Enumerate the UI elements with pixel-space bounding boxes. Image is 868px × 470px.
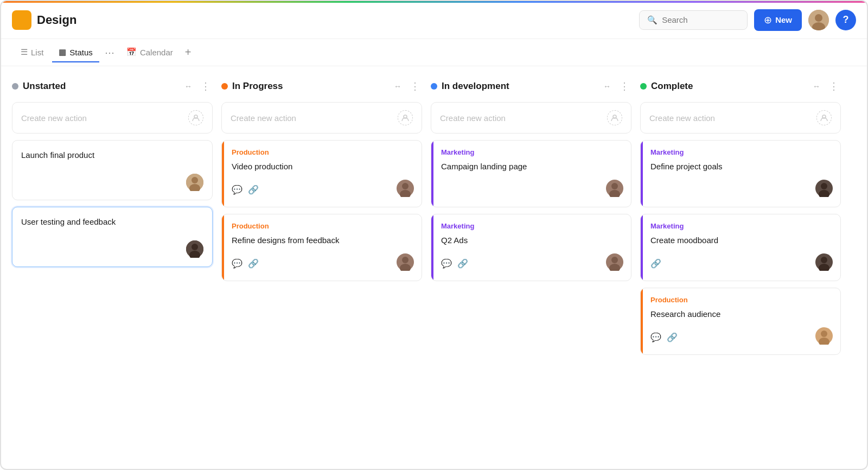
tab-more-icon[interactable]: ⋯ [101,45,118,61]
column-unstarted: Unstarted ↔ ⋮ Create new action Launch f… [12,79,213,458]
create-action-text-unstarted: Create new action [21,113,188,123]
svg-point-32 [821,331,827,337]
add-view-button[interactable]: + [182,44,195,61]
card-tag-create-moodboard: Marketing [650,222,833,230]
status-dot-complete [640,83,647,90]
more-icon-unstarted[interactable]: ⋮ [199,79,213,93]
help-button[interactable]: ? [835,10,856,30]
card-tag-research-audience: Production [650,296,833,304]
resize-icon-complete[interactable]: ↔ [810,81,822,92]
logo-icon [12,10,31,30]
search-box[interactable]: 🔍 [639,10,748,30]
create-action-inprogress[interactable]: Create new action [221,102,422,134]
help-label: ? [843,14,849,26]
task-card-research-audience[interactable]: Production Research audience 💬 🔗 [640,288,841,355]
resize-icon-indev[interactable]: ↔ [601,81,613,92]
column-header-indev: In development ↔ ⋮ [431,79,631,93]
column-inprogress: In Progress ↔ ⋮ Create new action Produc… [221,79,422,458]
comment-icon-video-production[interactable]: 💬 [232,185,242,195]
card-footer-refine-designs: 💬 🔗 [232,253,414,273]
card-content-refine-designs: Production Refine designs from feedback … [222,214,422,281]
card-content-q2-ads: Marketing Q2 Ads 💬 🔗 [431,214,631,281]
card-border-refine-designs [222,214,224,281]
view-tabs: ☰ List ▦ Status ⋯ 📅 Calendar + [1,39,867,66]
task-card-campaign-landing[interactable]: Marketing Campaign landing page [431,140,631,207]
task-card-user-testing[interactable]: User testing and feedback [12,207,213,267]
task-card-create-moodboard[interactable]: Marketing Create moodboard 🔗 [640,214,841,281]
create-action-complete[interactable]: Create new action [640,102,841,134]
calendar-icon: 📅 [126,47,137,57]
card-footer-video-production: 💬 🔗 [232,180,414,199]
card-border-q2-ads [431,214,433,281]
more-icon-inprogress[interactable]: ⋮ [408,79,422,93]
column-title-inprogress: In Progress [232,81,387,92]
app-title: Design [37,13,76,27]
search-icon: 🔍 [647,15,658,25]
card-icons-create-moodboard: 🔗 [650,258,661,269]
new-button[interactable]: ⊕ New [754,9,802,31]
column-title-indev: In development [442,81,597,92]
task-card-define-goals[interactable]: Marketing Define project goals [640,140,841,207]
tab-status-label: Status [69,48,93,57]
card-footer-create-moodboard: 🔗 [650,253,833,273]
card-icons-video-production: 💬 🔗 [232,185,259,195]
tab-status[interactable]: ▦ Status [52,43,99,62]
column-complete: Complete ↔ ⋮ Create new action Marketing… [640,79,841,458]
create-action-unstarted[interactable]: Create new action [12,102,213,134]
column-title-complete: Complete [651,81,806,92]
card-tag-q2-ads: Marketing [441,222,623,230]
create-action-text-indev: Create new action [440,113,607,123]
svg-point-8 [192,244,198,250]
svg-point-15 [402,257,409,263]
attachment-icon-research-audience[interactable]: 🔗 [667,332,678,342]
avatar-q2-ads [606,253,623,273]
task-card-launch-final[interactable]: Launch final product [12,140,213,200]
task-card-refine-designs[interactable]: Production Refine designs from feedback … [221,214,422,281]
search-input[interactable] [662,15,732,24]
card-footer-campaign-landing [441,180,623,199]
card-content-create-moodboard: Marketing Create moodboard 🔗 [641,214,840,281]
resize-icon-inprogress[interactable]: ↔ [392,81,404,92]
assign-icon-unstarted [188,110,203,125]
card-border-define-goals [641,141,643,207]
status-dot-indev [431,83,437,90]
tab-calendar-label: Calendar [140,48,173,57]
tab-list[interactable]: ☰ List [14,43,50,62]
logo-area: Design [12,10,639,30]
card-title-campaign-landing: Campaign landing page [441,161,623,172]
card-tag-video-production: Production [232,148,414,156]
create-action-text-inprogress: Create new action [231,113,398,123]
attachment-icon-create-moodboard[interactable]: 🔗 [650,258,661,269]
avatar-launch-final [186,174,203,191]
column-header-inprogress: In Progress ↔ ⋮ [221,79,422,93]
create-action-indev[interactable]: Create new action [431,102,631,134]
task-card-q2-ads[interactable]: Marketing Q2 Ads 💬 🔗 [431,214,631,281]
comment-icon-research-audience[interactable]: 💬 [650,332,661,342]
avatar-create-moodboard [815,253,833,273]
tab-calendar[interactable]: 📅 Calendar [120,43,180,62]
card-content-define-goals: Marketing Define project goals [641,141,840,207]
resize-icon-unstarted[interactable]: ↔ [182,81,194,92]
svg-point-26 [821,183,827,189]
more-icon-complete[interactable]: ⋮ [827,79,841,93]
attachment-icon-refine-designs[interactable]: 🔗 [248,258,259,269]
svg-point-22 [611,257,618,263]
card-title-define-goals: Define project goals [650,161,833,172]
app-header: Design 🔍 ⊕ New ? [1,1,867,39]
task-title-launch-final: Launch final product [21,149,203,161]
comment-icon-refine-designs[interactable]: 💬 [232,258,242,269]
user-avatar[interactable] [808,10,829,30]
column-header-complete: Complete ↔ ⋮ [640,79,841,93]
header-right: 🔍 ⊕ New ? [639,9,856,31]
card-title-refine-designs: Refine designs from feedback [232,234,414,246]
comment-icon-q2-ads[interactable]: 💬 [441,258,452,269]
attachment-icon-q2-ads[interactable]: 🔗 [457,258,468,269]
column-indev: In development ↔ ⋮ Create new action Mar… [431,79,631,458]
more-icon-indev[interactable]: ⋮ [617,79,631,93]
attachment-icon-video-production[interactable]: 🔗 [248,185,259,195]
assign-icon-inprogress [398,110,413,125]
card-icons-q2-ads: 💬 🔗 [441,258,468,269]
card-title-q2-ads: Q2 Ads [441,234,623,246]
task-card-video-production[interactable]: Production Video production 💬 🔗 [221,140,422,207]
card-icons-refine-designs: 💬 🔗 [232,258,259,269]
